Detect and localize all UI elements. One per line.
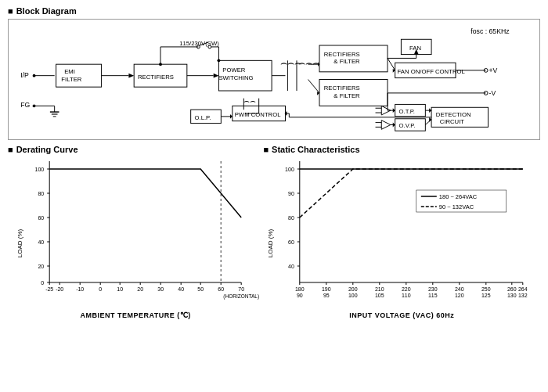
svg-text:90: 90 [297, 293, 303, 298]
block-diagram-section: Block Diagram fosc : 65KHz I/P FG [8, 6, 540, 140]
svg-text:O.V.P.: O.V.P. [399, 122, 416, 129]
svg-text:-20: -20 [56, 286, 63, 292]
svg-text:100: 100 [35, 167, 45, 172]
svg-text:60: 60 [218, 286, 224, 292]
svg-text:180 ~ 264VAC: 180 ~ 264VAC [439, 193, 478, 200]
svg-text:LOAD (%): LOAD (%) [267, 228, 274, 257]
svg-text:-10: -10 [76, 286, 84, 292]
svg-text:fosc : 65KHz: fosc : 65KHz [470, 27, 510, 35]
svg-text:(HORIZONTAL): (HORIZONTAL) [223, 293, 259, 300]
svg-text:10: 10 [117, 286, 123, 292]
svg-text:105: 105 [375, 293, 384, 298]
svg-text:210: 210 [375, 286, 384, 292]
svg-text:100: 100 [286, 167, 295, 172]
svg-text:100: 100 [348, 293, 358, 298]
derating-curve-title: Derating Curve [8, 145, 263, 154]
static-characteristics-section: Static Characteristics LOAD (%) 100 90 8… [263, 145, 540, 319]
static-chart-svg: LOAD (%) 100 90 80 60 40 [263, 157, 540, 310]
svg-text:180: 180 [295, 286, 305, 292]
svg-point-32 [218, 59, 221, 62]
svg-text:240: 240 [455, 286, 464, 292]
svg-marker-15 [128, 74, 134, 78]
svg-marker-71 [381, 120, 391, 130]
svg-text:PWM CONTROL: PWM CONTROL [235, 111, 281, 118]
svg-text:0: 0 [99, 286, 102, 292]
svg-text:RECTIFIERS: RECTIFIERS [324, 85, 360, 92]
svg-text:EMI: EMI [64, 68, 75, 75]
svg-text:-V: -V [489, 89, 496, 97]
derating-x-label: AMBIENT TEMPERATURE (℃) [8, 311, 263, 319]
svg-text:+V: +V [489, 67, 498, 74]
svg-text:⌢⌢⌢: ⌢⌢⌢ [298, 57, 319, 69]
svg-text:95: 95 [323, 293, 330, 298]
svg-text:CIRCUIT: CIRCUIT [440, 118, 465, 125]
svg-point-26 [159, 63, 162, 66]
static-characteristics-title: Static Characteristics [263, 145, 540, 154]
svg-text:132: 132 [518, 293, 528, 298]
svg-text:60: 60 [288, 239, 294, 245]
svg-text:20: 20 [137, 286, 143, 292]
derating-chart-svg: LOAD (%) 100 80 60 [8, 157, 263, 310]
svg-text:20: 20 [38, 264, 44, 269]
svg-text:0: 0 [41, 280, 44, 286]
svg-text:⌢⌢: ⌢⌢ [243, 95, 256, 106]
block-diagram-title: Block Diagram [8, 6, 540, 16]
svg-text:RECTIFIERS: RECTIFIERS [324, 51, 360, 58]
svg-text:190: 190 [322, 286, 331, 292]
svg-text:DETECTION: DETECTION [436, 111, 471, 118]
svg-text:POWER: POWER [222, 67, 246, 74]
svg-text:30: 30 [157, 286, 164, 292]
svg-text:SWITCHING: SWITCHING [218, 74, 253, 81]
svg-point-6 [33, 104, 36, 107]
svg-text:230: 230 [428, 286, 438, 292]
svg-text:FAN ON/OFF CONTROL: FAN ON/OFF CONTROL [398, 68, 466, 75]
svg-text:& FILTER: & FILTER [333, 92, 360, 99]
svg-text:260: 260 [507, 286, 517, 292]
svg-text:& FILTER: & FILTER [333, 58, 360, 65]
svg-text:I/P: I/P [20, 71, 29, 79]
svg-text:125: 125 [481, 293, 491, 298]
svg-text:120: 120 [455, 293, 464, 298]
svg-text:40: 40 [288, 264, 294, 269]
svg-text:264: 264 [518, 286, 528, 292]
svg-text:40: 40 [38, 239, 44, 245]
svg-text:220: 220 [402, 286, 411, 292]
svg-text:-25: -25 [45, 286, 53, 292]
svg-text:90: 90 [288, 191, 294, 196]
svg-text:40: 40 [178, 286, 184, 292]
svg-text:50: 50 [197, 286, 204, 292]
derating-chart-area: LOAD (%) 100 80 60 [8, 157, 263, 310]
svg-text:70: 70 [238, 286, 244, 292]
static-x-label: INPUT VOLTAGE (VAC) 60Hz [263, 311, 540, 319]
svg-text:O.T.P.: O.T.P. [399, 108, 415, 115]
svg-text:130: 130 [507, 293, 517, 298]
svg-text:200: 200 [348, 286, 358, 292]
svg-line-55 [388, 58, 395, 70]
block-diagram-svg: fosc : 65KHz I/P FG EMI [12, 23, 536, 136]
svg-text:FILTER: FILTER [61, 76, 81, 83]
svg-text:O.L.P.: O.L.P. [195, 114, 211, 121]
svg-text:60: 60 [38, 215, 44, 221]
svg-line-46 [308, 80, 320, 93]
svg-text:80: 80 [38, 191, 44, 196]
svg-text:FG: FG [20, 101, 30, 109]
svg-text:RECTIFIERS: RECTIFIERS [138, 74, 174, 81]
svg-text:250: 250 [481, 286, 491, 292]
svg-text:115: 115 [428, 293, 438, 298]
svg-text:FAN: FAN [409, 45, 421, 52]
block-diagram-content: fosc : 65KHz I/P FG EMI [8, 19, 540, 140]
bottom-sections: Derating Curve LOAD (%) 100 [8, 145, 540, 319]
svg-text:90 ~ 132VAC: 90 ~ 132VAC [439, 203, 474, 210]
derating-section: Derating Curve LOAD (%) 100 [8, 145, 263, 319]
svg-text:80: 80 [288, 215, 294, 221]
svg-text:110: 110 [402, 293, 411, 298]
svg-text:LOAD (%): LOAD (%) [16, 228, 23, 257]
svg-marker-19 [214, 74, 219, 78]
svg-point-3 [33, 74, 36, 77]
static-chart-area: LOAD (%) 100 90 80 60 40 [263, 157, 540, 310]
